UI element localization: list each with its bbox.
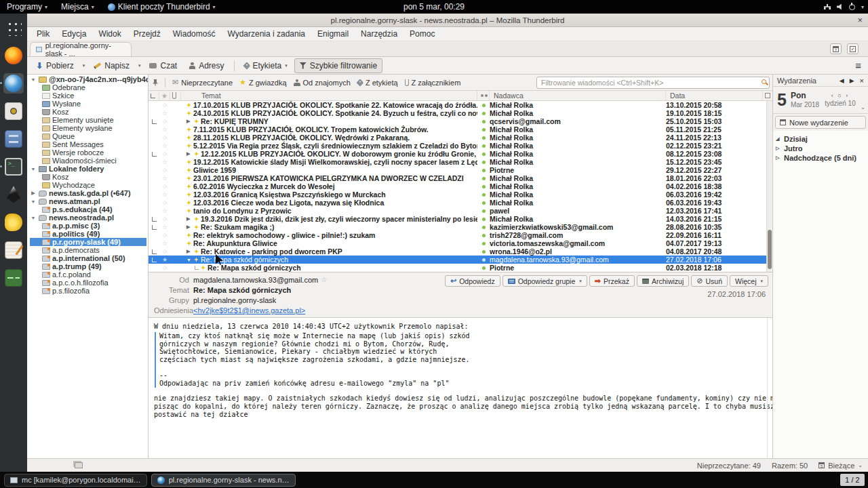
write-dropdown[interactable]: ▾: [136, 61, 143, 70]
message-row[interactable]: ☆▶Re: KUPIĘ TRUMNYqcservis@gmail.com25.1…: [149, 117, 772, 125]
expand-icon[interactable]: ▶: [186, 119, 192, 124]
folder-item-wersje-robocze[interactable]: Wersje robocze: [30, 148, 148, 157]
write-button[interactable]: Napisz: [89, 59, 134, 73]
date-column-header[interactable]: Data: [666, 91, 763, 100]
star-cell[interactable]: ☆: [159, 184, 170, 190]
twisty-icon[interactable]: ▶: [30, 190, 37, 196]
star-cell[interactable]: ★: [159, 257, 170, 263]
list-scrollbar[interactable]: [766, 101, 772, 272]
close-icon[interactable]: ×: [857, 16, 863, 24]
archive-button[interactable]: Archiwizuj: [637, 275, 689, 287]
folder-item-p-r-gorny-slask-49[interactable]: p.r.gorny-slask (49): [30, 238, 146, 246]
message-row[interactable]: ☆17.10.2015 KLUB PRZYJACIÓŁ OKOLICY. Spo…: [149, 101, 772, 109]
expand-icon[interactable]: ▶: [186, 224, 192, 230]
star-cell[interactable]: ☆: [159, 119, 170, 125]
message-row[interactable]: ☆Gliwice 1959Piotrne29.12.2015 22:27: [149, 166, 772, 174]
network-icon[interactable]: [824, 4, 831, 9]
unread-cell[interactable]: [477, 161, 490, 164]
dock-item-firefox[interactable]: [3, 45, 24, 66]
menu-widok[interactable]: Widok: [93, 28, 126, 40]
dock-item-terminal[interactable]: [3, 157, 24, 177]
star-icon[interactable]: ☆: [321, 276, 327, 284]
folder-item-p-s-edukacja-44[interactable]: p.s.edukacja (44): [30, 205, 148, 214]
dock-item-system-monitor[interactable]: [3, 268, 24, 288]
menu-plik[interactable]: Plik: [31, 28, 55, 40]
unread-cell[interactable]: [477, 258, 490, 262]
star-cell[interactable]: ☆: [159, 249, 170, 255]
star-column-header[interactable]: ★: [159, 91, 170, 100]
expand-icon[interactable]: ▼: [186, 258, 192, 262]
unread-cell[interactable]: [477, 120, 490, 123]
message-row[interactable]: ☆▶19.3.2016 Dzik jest dziki, dzik jest z…: [149, 215, 772, 223]
star-cell[interactable]: ☆: [159, 151, 170, 157]
folder-item-p-s-filozofia[interactable]: p.s.filozofia: [30, 287, 148, 295]
dock-item-thunderbird[interactable]: [3, 73, 24, 94]
unread-cell[interactable]: [477, 266, 490, 270]
from-value[interactable]: magdalena.tarnowska.93@gmail.com: [193, 276, 318, 284]
unread-cell[interactable]: [477, 169, 490, 172]
message-row[interactable]: ☆Re: elektryk samochodowy - gliwice - pi…: [149, 231, 772, 239]
chevron-down-icon[interactable]: ⌄: [861, 104, 865, 110]
filter-tagged[interactable]: Z etykietą: [357, 79, 398, 87]
message-row[interactable]: ☆23.01.2016 PIERWSZA KATOWICKA PIELGRZYM…: [149, 174, 772, 182]
filter-starred[interactable]: ★Z gwiazdką: [239, 79, 287, 87]
menu-wiadomo[interactable]: Wiadomość: [167, 28, 221, 40]
folder-item-wiadomo-ci-mieci[interactable]: Wiadomości-śmieci: [30, 157, 148, 165]
subject-column-header[interactable]: Temat: [181, 91, 477, 100]
star-cell[interactable]: ☆: [159, 135, 170, 141]
menu-active-app[interactable]: Klient poczty Thunderbird▾: [101, 0, 222, 14]
star-cell[interactable]: ☆: [159, 208, 170, 214]
star-cell[interactable]: ☆: [159, 232, 170, 239]
folder-item-kosz[interactable]: Kosz: [30, 173, 148, 181]
twisty-icon[interactable]: ▼: [30, 167, 37, 171]
unread-cell[interactable]: [477, 152, 490, 156]
folder-item-lokalne-foldery[interactable]: ▼Lokalne foldery: [30, 165, 148, 173]
filter-unread[interactable]: ✉Nieprzeczytane: [172, 79, 233, 87]
dock-item-file-cabinet[interactable]: [3, 129, 24, 149]
unread-cell[interactable]: [477, 209, 490, 213]
new-event-button[interactable]: Nowe wydarzenie: [775, 116, 866, 129]
menu-pomoc[interactable]: Pomoc: [404, 28, 440, 40]
folder-item-sent-messages[interactable]: Sent Messages: [30, 140, 148, 148]
folder-item-a-f-c-poland[interactable]: a.f.c.poland: [30, 270, 148, 279]
get-messages-dropdown[interactable]: ▾: [81, 61, 87, 70]
star-cell[interactable]: ☆: [159, 102, 170, 108]
folder-item-odebrane[interactable]: Odebrane: [30, 83, 148, 92]
attachment-column-header[interactable]: [170, 91, 181, 100]
references-link[interactable]: <hv2jke$9t2$1@inews.gazeta.pl>: [193, 306, 305, 314]
folder-item-elementy-wys-ane[interactable]: Elementy wysłane: [30, 124, 148, 132]
unread-cell[interactable]: [477, 218, 490, 221]
get-messages-button[interactable]: ⬇Pobierz: [31, 59, 79, 73]
workspace-pager[interactable]: 1 / 2: [840, 474, 865, 486]
events-section-nadchodz-ce-5-dni[interactable]: ▷Nadchodzące (5 dni): [776, 153, 865, 163]
star-cell[interactable]: ☆: [159, 192, 170, 198]
star-cell[interactable]: ☆: [159, 224, 170, 230]
dock-item-apps-grid[interactable]: [3, 18, 24, 38]
message-row[interactable]: ☆Re: Mapa szkód górniczychPiotrne02.03.2…: [149, 264, 772, 272]
reply-list-button[interactable]: Odpowiedz grupie▾: [502, 275, 587, 287]
star-cell[interactable]: ☆: [159, 167, 170, 174]
folder-item-a-p-democrats[interactable]: a.p.democrats: [30, 246, 148, 254]
star-cell[interactable]: ☆: [159, 176, 170, 182]
unread-cell[interactable]: [477, 144, 490, 148]
message-row[interactable]: ☆12.03.2016 Granicą Księstwa Pszczyńskie…: [149, 190, 772, 199]
twisty-icon[interactable]: ▼: [30, 216, 37, 220]
unread-cell[interactable]: [477, 201, 490, 205]
folder-item-a-p-p-misc-3[interactable]: a.p.p.misc (3): [30, 222, 148, 230]
clock[interactable]: pon 5 mar, 00:29: [403, 2, 465, 12]
star-cell[interactable]: ☆: [159, 110, 170, 117]
folder-item-a-p-international-50[interactable]: a.p.international (50): [30, 254, 148, 262]
twisty-icon[interactable]: ▼: [30, 199, 37, 204]
quick-filter-toggle-button[interactable]: Szybkie filtrowanie: [294, 58, 382, 73]
unread-cell[interactable]: [477, 104, 490, 107]
view-selector[interactable]: 5 Bieżące ⌄: [818, 462, 863, 470]
message-row[interactable]: ☆19.12.2015 Katowickie ślady Misji Wielk…: [149, 158, 772, 166]
tasks-tab-button[interactable]: ✓: [847, 43, 859, 54]
message-row[interactable]: ☆28.11.2015 KLUB PRZYJACIÓŁ OKOLICY. Węd…: [149, 134, 772, 142]
message-row[interactable]: ☆tanio do Londynu z Pyrzowicpawel12.03.2…: [149, 207, 772, 215]
events-section-dzisiaj[interactable]: ◢Dzisiaj: [776, 134, 865, 144]
unread-cell[interactable]: [477, 226, 490, 229]
chevron-down-icon[interactable]: ▾: [861, 4, 864, 10]
message-row[interactable]: ☆5.12.2015 Via Regia przez Śląsk, czyli …: [149, 142, 772, 150]
tab-newsgroup[interactable]: pl.regionalne.gorny-slask - ...: [30, 42, 132, 56]
